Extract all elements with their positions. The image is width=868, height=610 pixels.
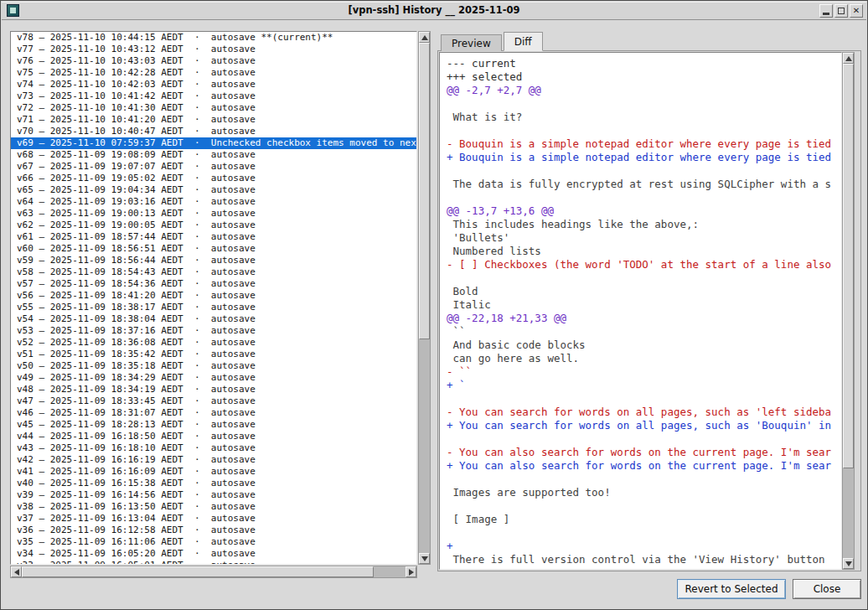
list-item[interactable]: v49 — 2025-11-09 18:34:29 AEDT · autosav… xyxy=(11,372,416,384)
scroll-down-button[interactable] xyxy=(419,553,430,564)
diff-line xyxy=(447,271,841,285)
list-item[interactable]: v73 — 2025-11-10 10:41:42 AEDT · autosav… xyxy=(11,90,416,102)
diff-line: + ` xyxy=(447,379,841,392)
arrow-down-icon xyxy=(845,561,852,566)
list-item[interactable]: v37 — 2025-11-09 16:13:04 AEDT · autosav… xyxy=(11,513,416,525)
list-item[interactable]: v41 — 2025-11-09 16:16:09 AEDT · autosav… xyxy=(11,466,416,478)
list-item[interactable]: v66 — 2025-11-09 19:05:02 AEDT · autosav… xyxy=(11,173,416,184)
list-item[interactable]: v67 — 2025-11-09 19:07:07 AEDT · autosav… xyxy=(11,161,416,173)
list-item[interactable]: v40 — 2025-11-09 16:15:38 AEDT · autosav… xyxy=(11,478,416,489)
scrollbar-thumb[interactable] xyxy=(419,43,430,339)
scrollbar-track[interactable] xyxy=(22,566,406,577)
minimize-button[interactable] xyxy=(819,4,833,18)
list-item[interactable]: v36 — 2025-11-09 16:12:58 AEDT · autosav… xyxy=(11,525,416,536)
arrow-left-icon xyxy=(14,569,19,576)
scroll-up-button[interactable] xyxy=(843,53,854,64)
scrollbar-track[interactable] xyxy=(419,43,430,553)
list-item[interactable]: v52 — 2025-11-09 18:36:08 AEDT · autosav… xyxy=(11,337,416,349)
list-item[interactable]: v75 — 2025-11-10 10:42:28 AEDT · autosav… xyxy=(11,67,416,79)
scrollbar-thumb[interactable] xyxy=(22,566,374,577)
close-icon: ✕ xyxy=(853,7,860,15)
list-item[interactable]: v74 — 2025-11-10 10:42:03 AEDT · autosav… xyxy=(11,79,416,90)
diff-line: 'Bullets' xyxy=(447,231,841,245)
list-item[interactable]: v44 — 2025-11-09 16:18:50 AEDT · autosav… xyxy=(11,431,416,442)
list-item[interactable]: v53 — 2025-11-09 18:37:16 AEDT · autosav… xyxy=(11,325,416,337)
revert-to-selected-button[interactable]: Revert to Selected xyxy=(677,579,786,599)
list-item[interactable]: v35 — 2025-11-09 16:11:06 AEDT · autosav… xyxy=(11,536,416,548)
close-window-button[interactable]: ✕ xyxy=(850,4,863,18)
diff-line: @@ -13,7 +13,6 @@ xyxy=(447,204,841,218)
diff-line: `` xyxy=(447,325,841,339)
list-item[interactable]: v43 — 2025-11-09 16:18:10 AEDT · autosav… xyxy=(11,442,416,454)
diff-line: --- current xyxy=(447,57,841,70)
list-item[interactable]: v78 — 2025-11-10 10:44:15 AEDT · autosav… xyxy=(11,32,416,44)
list-item[interactable]: v77 — 2025-11-10 10:43:12 AEDT · autosav… xyxy=(11,44,416,55)
diff-vscrollbar[interactable] xyxy=(842,52,855,570)
diff-line: + You can search for words on all pages,… xyxy=(447,419,841,432)
diff-line: Images are supported too! xyxy=(447,486,841,499)
list-item[interactable]: v51 — 2025-11-09 18:35:42 AEDT · autosav… xyxy=(11,349,416,360)
list-item[interactable]: v56 — 2025-11-09 18:41:20 AEDT · autosav… xyxy=(11,290,416,302)
list-item[interactable]: v58 — 2025-11-09 18:54:43 AEDT · autosav… xyxy=(11,266,416,278)
diff-line xyxy=(447,392,841,406)
list-item[interactable]: v71 — 2025-11-10 10:41:20 AEDT · autosav… xyxy=(11,114,416,126)
list-item[interactable]: v64 — 2025-11-09 19:03:16 AEDT · autosav… xyxy=(11,196,416,208)
scroll-right-button[interactable] xyxy=(406,566,416,577)
diff-line: Bold xyxy=(447,285,841,298)
diff-line xyxy=(447,499,841,513)
list-item[interactable]: v63 — 2025-11-09 19:00:13 AEDT · autosav… xyxy=(11,208,416,220)
list-item[interactable]: v48 — 2025-11-09 18:34:19 AEDT · autosav… xyxy=(11,384,416,395)
list-item[interactable]: v42 — 2025-11-09 16:16:19 AEDT · autosav… xyxy=(11,454,416,466)
window-controls: ✕ xyxy=(819,4,863,18)
diff-line: @@ -22,18 +21,33 @@ xyxy=(447,312,841,325)
diff-line: can go here as well. xyxy=(447,352,841,365)
list-item[interactable]: v39 — 2025-11-09 16:14:56 AEDT · autosav… xyxy=(11,489,416,501)
diff-line: - [ ] Checkboxes (the word 'TODO' at the… xyxy=(447,258,841,271)
close-button[interactable]: Close xyxy=(793,579,861,599)
version-list-vscrollbar[interactable] xyxy=(418,31,431,565)
diff-line: [ Image ] xyxy=(447,513,841,526)
list-item[interactable]: v57 — 2025-11-09 18:54:36 AEDT · autosav… xyxy=(11,278,416,290)
scrollbar-track[interactable] xyxy=(843,64,854,558)
diff-line xyxy=(447,97,841,111)
list-item[interactable]: v68 — 2025-11-09 19:08:09 AEDT · autosav… xyxy=(11,149,416,161)
diff-line xyxy=(447,432,841,446)
scroll-down-button[interactable] xyxy=(843,558,854,569)
tab-preview[interactable]: Preview xyxy=(441,34,502,51)
diff-line: - `` xyxy=(447,365,841,379)
scrollbar-thumb[interactable] xyxy=(843,64,854,468)
list-item[interactable]: v46 — 2025-11-09 18:31:07 AEDT · autosav… xyxy=(11,407,416,419)
version-list[interactable]: v78 — 2025-11-10 10:44:15 AEDT · autosav… xyxy=(10,31,417,565)
diff-line: + xyxy=(447,540,841,553)
history-window: [vpn-ssh] History __ 2025-11-09 ✕ v78 — … xyxy=(0,0,868,610)
list-item[interactable]: v38 — 2025-11-09 16:13:50 AEDT · autosav… xyxy=(11,501,416,513)
list-item[interactable]: v47 — 2025-11-09 18:33:45 AEDT · autosav… xyxy=(11,395,416,407)
list-item[interactable]: v62 — 2025-11-09 19:00:05 AEDT · autosav… xyxy=(11,220,416,231)
list-item[interactable]: v45 — 2025-11-09 18:28:13 AEDT · autosav… xyxy=(11,419,416,431)
list-item[interactable]: v72 — 2025-11-10 10:41:30 AEDT · autosav… xyxy=(11,102,416,114)
diff-line: There is full version control via the 'V… xyxy=(447,553,841,566)
maximize-button[interactable] xyxy=(834,4,848,18)
list-item[interactable]: v61 — 2025-11-09 18:57:44 AEDT · autosav… xyxy=(11,231,416,243)
list-item[interactable]: v65 — 2025-11-09 19:04:34 AEDT · autosav… xyxy=(11,184,416,196)
list-item[interactable]: v69 — 2025-11-10 07:59:37 AEDT · Uncheck… xyxy=(11,137,416,149)
list-item[interactable]: v54 — 2025-11-09 18:38:04 AEDT · autosav… xyxy=(11,313,416,325)
diff-line: The data is fully encrypted at rest usin… xyxy=(447,178,841,191)
arrow-right-icon xyxy=(409,569,414,576)
scroll-up-button[interactable] xyxy=(419,32,430,43)
diff-line: This includes headings like the above,: xyxy=(447,218,841,231)
scroll-left-button[interactable] xyxy=(11,566,22,577)
list-item[interactable]: v34 — 2025-11-09 16:05:20 AEDT · autosav… xyxy=(11,548,416,560)
diff-line: +++ selected xyxy=(447,70,841,84)
list-item[interactable]: v33 — 2025-11-09 16:05:01 AEDT · autosav… xyxy=(11,560,416,565)
list-item[interactable]: v50 — 2025-11-09 18:35:18 AEDT · autosav… xyxy=(11,360,416,372)
arrow-up-icon xyxy=(845,56,852,61)
list-item[interactable]: v55 — 2025-11-09 18:38:17 AEDT · autosav… xyxy=(11,302,416,313)
list-item[interactable]: v70 — 2025-11-10 10:40:47 AEDT · autosav… xyxy=(11,126,416,137)
list-item[interactable]: v59 — 2025-11-09 18:56:44 AEDT · autosav… xyxy=(11,255,416,266)
list-item[interactable]: v76 — 2025-11-10 10:43:03 AEDT · autosav… xyxy=(11,55,416,67)
diff-text[interactable]: --- current+++ selected@@ -2,7 +2,7 @@ W… xyxy=(439,52,842,570)
version-list-hscrollbar[interactable] xyxy=(10,566,417,578)
tab-diff[interactable]: Diff xyxy=(504,32,543,51)
list-item[interactable]: v60 — 2025-11-09 18:56:51 AEDT · autosav… xyxy=(11,243,416,255)
